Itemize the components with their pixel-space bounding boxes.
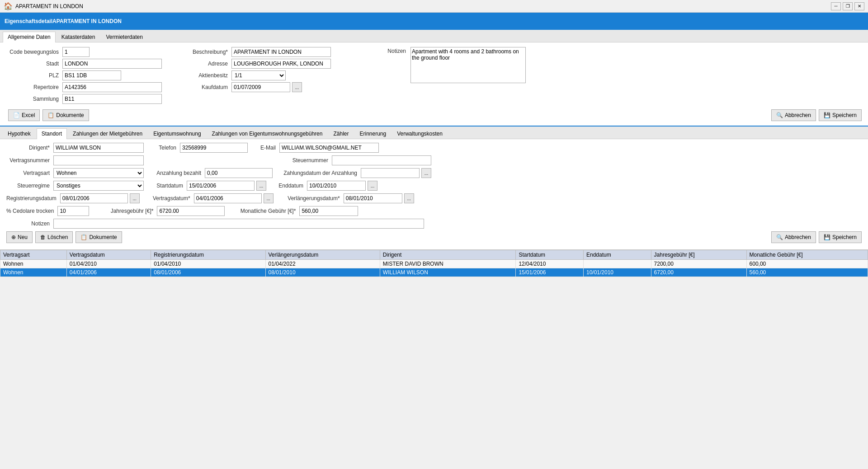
table-cell: 08/01/2006 bbox=[151, 268, 265, 277]
excel-button[interactable]: 📄 Excel bbox=[8, 109, 40, 121]
abbrechen-button-top[interactable]: 🔍 Abbrechen bbox=[771, 109, 816, 121]
adresse-row: Adresse bbox=[175, 59, 331, 69]
col-startdatum: Startdatum bbox=[516, 250, 584, 260]
vertragsdatum-picker-button[interactable]: ... bbox=[264, 193, 274, 203]
speichern-button-top[interactable]: 💾 Speichern bbox=[819, 109, 862, 121]
cedolare-input[interactable] bbox=[57, 206, 89, 216]
col-monatliche: Monatliche Gebühr [€] bbox=[746, 250, 868, 260]
monatliche-input[interactable] bbox=[299, 206, 358, 216]
app-icon: 🏠 bbox=[4, 2, 13, 10]
tab-allgemeine-daten[interactable]: Allgemeine Daten bbox=[3, 32, 56, 42]
table-cell: 01/04/2022 bbox=[265, 260, 380, 268]
enddatum-input[interactable] bbox=[307, 181, 366, 191]
vertragsdatum-input[interactable] bbox=[194, 193, 262, 203]
startdatum-picker-button[interactable]: ... bbox=[256, 181, 266, 191]
table-row[interactable]: Wohnen04/01/200608/01/200608/01/2010WILL… bbox=[0, 268, 868, 277]
enddatum-picker-button[interactable]: ... bbox=[368, 181, 377, 191]
beschreibung-input[interactable] bbox=[231, 47, 331, 57]
tab-standort[interactable]: Standort bbox=[37, 128, 67, 139]
verlaengerungsdatum-input[interactable] bbox=[344, 193, 402, 203]
code-label: Code bewegungslos bbox=[6, 49, 61, 55]
vertragsnummer-label: Vertragsnummer bbox=[6, 157, 52, 164]
dokumente-icon-standort: 📋 bbox=[80, 234, 87, 240]
vertragsdatum-row: Vertragsdatum* ... bbox=[147, 193, 274, 203]
table-cell: 15/01/2006 bbox=[516, 268, 584, 277]
telefon-row: Telefon bbox=[151, 143, 248, 153]
col-dirigent: Dirigent bbox=[380, 250, 516, 260]
adresse-input[interactable] bbox=[231, 59, 331, 69]
table-body: Wohnen01/04/201001/04/201001/04/2022MIST… bbox=[0, 260, 868, 277]
table-row[interactable]: Wohnen01/04/201001/04/201001/04/2022MIST… bbox=[0, 260, 868, 268]
top-form-btn-right: 🔍 Abbrechen 💾 Speichern bbox=[771, 109, 862, 121]
stadt-row: Stadt bbox=[6, 59, 162, 69]
tab-zahlungen-mietgebuehren[interactable]: Zahlungen der Mietgebühren bbox=[68, 128, 147, 139]
aktienbesitz-select[interactable]: 1/1 bbox=[231, 70, 286, 80]
sub-tabs: Hypothek Standort Zahlungen der Mietgebü… bbox=[0, 127, 868, 139]
table-container: Vertragsart Vertragsdatum Registrierungs… bbox=[0, 250, 868, 277]
registrierungsdatum-input[interactable] bbox=[60, 193, 128, 203]
close-button[interactable]: ✕ bbox=[854, 2, 864, 10]
steuernummer-input[interactable] bbox=[332, 155, 431, 165]
standort-notizen-input[interactable] bbox=[53, 219, 424, 229]
table-cell: 01/04/2010 bbox=[66, 260, 151, 268]
standort-btn-right: 🔍 Abbrechen 💾 Speichern bbox=[771, 231, 862, 243]
tab-vermieterdaten[interactable]: Vermieterdaten bbox=[101, 32, 147, 42]
startdatum-input[interactable] bbox=[187, 181, 255, 191]
table-cell: 600,00 bbox=[746, 260, 868, 268]
top-form-left: Code bewegungslos Stadt PLZ Repertoire S… bbox=[6, 47, 162, 106]
notizen-block: Notizen Apartment with 4 rooms and 2 bat… bbox=[354, 47, 862, 83]
page-title: EigenschaftsdetailAPARTAMENT IN LONDON bbox=[5, 18, 122, 24]
notizen-textarea[interactable]: Apartment with 4 rooms and 2 bathrooms o… bbox=[410, 47, 526, 83]
email-input[interactable] bbox=[279, 143, 379, 153]
sammlung-label: Sammlung bbox=[6, 96, 61, 102]
sammlung-input[interactable] bbox=[62, 94, 162, 104]
zahlungsdatum-picker-button[interactable]: ... bbox=[421, 168, 431, 178]
tab-zaehler[interactable]: Zähler bbox=[328, 128, 354, 139]
tab-eigentumswohnung[interactable]: Eigentumswohnung bbox=[148, 128, 206, 139]
excel-icon: 📄 bbox=[13, 112, 20, 118]
startdatum-row: Startdatum ... bbox=[151, 181, 266, 191]
enddatum-label: Enddatum bbox=[274, 183, 305, 189]
table-cell: Wohnen bbox=[0, 260, 67, 268]
abbrechen-button-standort[interactable]: 🔍 Abbrechen bbox=[771, 231, 816, 243]
standort-form: Dirigent* Telefon E-Mail Vertragsnummer … bbox=[0, 139, 868, 250]
tab-katasterdaten[interactable]: Katasterdaten bbox=[57, 32, 100, 42]
kaufdatum-picker-button[interactable]: ... bbox=[292, 82, 302, 92]
tab-erinnerung[interactable]: Erinnerung bbox=[354, 128, 391, 139]
code-input[interactable] bbox=[62, 47, 90, 57]
adresse-label: Adresse bbox=[175, 61, 230, 67]
zahlungsdatum-input[interactable] bbox=[361, 168, 420, 178]
plz-input[interactable] bbox=[62, 70, 121, 80]
telefon-input[interactable] bbox=[180, 143, 248, 153]
tab-hypothek[interactable]: Hypothek bbox=[3, 128, 36, 139]
col-registrierungsdatum: Registrierungsdatum bbox=[151, 250, 265, 260]
table-cell: 10/01/2010 bbox=[583, 268, 651, 277]
vertragsnummer-input[interactable] bbox=[53, 155, 144, 165]
loeschen-button[interactable]: 🗑 Löschen bbox=[35, 231, 73, 243]
table-cell: 6720,00 bbox=[651, 268, 746, 277]
tab-zahlungen-eigentumswohnungsgebuehren[interactable]: Zahlungen von Eigentumswohnungsgebühren bbox=[207, 128, 328, 139]
registrierungsdatum-picker-button[interactable]: ... bbox=[130, 193, 140, 203]
jahresgebuehr-input[interactable] bbox=[157, 206, 225, 216]
tab-verwaltungskosten[interactable]: Verwaltungskosten bbox=[392, 128, 448, 139]
minimize-button[interactable]: ─ bbox=[831, 2, 841, 10]
speichern-button-standort[interactable]: 💾 Speichern bbox=[819, 231, 862, 243]
cedolare-label: % Cedolare trocken bbox=[6, 208, 56, 214]
title-bar-left: 🏠 APARTAMENT IN LONDON bbox=[4, 2, 83, 10]
registrierungsdatum-label: Registrierungsdatum bbox=[6, 195, 58, 202]
verlaengerungsdatum-picker-button[interactable]: ... bbox=[404, 193, 414, 203]
speichern-icon-standort: 💾 bbox=[824, 234, 830, 240]
notizen-label: Notizen bbox=[354, 48, 408, 54]
kaufdatum-input[interactable] bbox=[231, 82, 290, 92]
dokumente-button-top[interactable]: 📋 Dokumente bbox=[42, 109, 89, 121]
anzahlung-input[interactable] bbox=[205, 168, 273, 178]
steuerregime-select[interactable]: Sonstiges Normal Pauschal bbox=[53, 181, 144, 191]
stadt-input[interactable] bbox=[62, 59, 162, 69]
vertragsart-select[interactable]: Wohnen Gewerbe Sonstiges bbox=[53, 168, 144, 178]
dirigent-input[interactable] bbox=[53, 143, 144, 153]
dokumente-button-standort[interactable]: 📋 Dokumente bbox=[75, 231, 122, 243]
neu-button[interactable]: ⊕ Neu bbox=[6, 231, 33, 243]
repertoire-input[interactable] bbox=[62, 82, 162, 92]
standort-notizen-row: Notizen bbox=[6, 219, 862, 229]
maximize-button[interactable]: ❐ bbox=[843, 2, 853, 10]
